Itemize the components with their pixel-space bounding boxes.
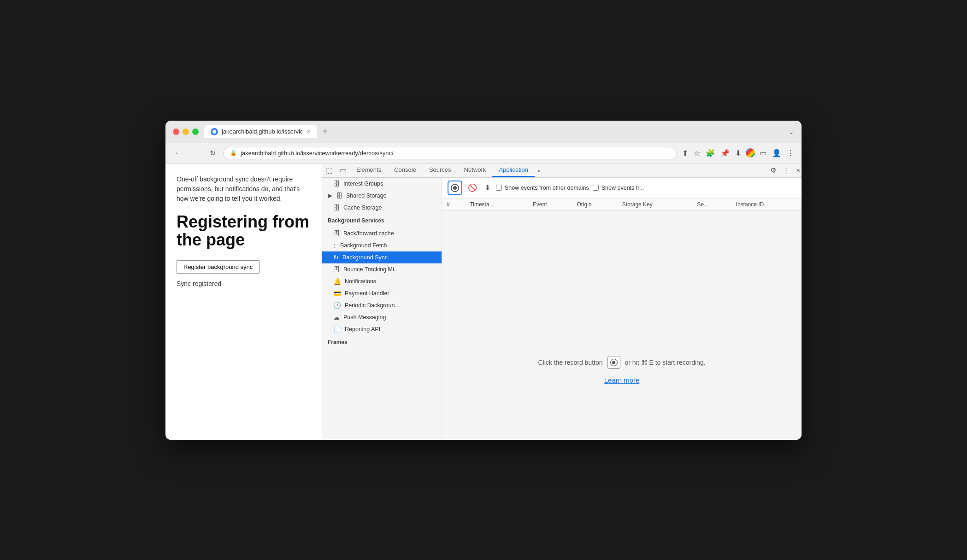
database-icon: 🗄 [333,180,340,187]
sidebar-label: Background Sync [342,254,388,261]
bookmark-button[interactable]: ☆ [693,148,701,158]
record-circle-sm-icon [610,359,618,366]
empty-text-after: or hit ⌘ E to start recording. [625,359,706,366]
forward-button[interactable]: → [189,147,202,158]
sidebar-label: Periodic Backgroun... [345,302,400,309]
tab-title: jakearchibald.github.io/isservic [222,128,303,135]
database-icon-3: 🗄 [333,204,340,211]
sidebar-label: Background Fetch [340,242,387,249]
profile-button[interactable]: 👤 [771,148,782,158]
sidebar-item-shared-storage[interactable]: 🗄 Shared Storage [334,190,442,202]
split-view-button[interactable]: ▭ [759,148,767,158]
tab-elements[interactable]: Elements [350,163,388,177]
frames-header: Frames [322,335,442,349]
show-events-label[interactable]: Show events fr... [593,185,644,191]
google-button[interactable] [746,148,755,158]
empty-text-before: Click the record button [538,359,602,366]
sidebar-item-notifications[interactable]: 🔔 Notifications [322,275,442,287]
sidebar-item-payment-handler[interactable]: 💳 Payment Handler [322,287,442,299]
share-button[interactable]: ⬆ [681,148,689,158]
tab-sources[interactable]: Sources [423,163,458,177]
address-bar[interactable]: 🔒 jakearchibald.github.io/isserviceworke… [223,147,677,159]
record-circle-icon [451,184,459,192]
events-table: # Timesta... Event Origin Storage Key Se… [442,198,802,211]
devtools-close-button[interactable]: × [795,165,802,175]
devtools-settings-button[interactable]: ⚙ [769,165,778,176]
show-other-domains-text: Show events from other domains [505,185,589,191]
close-traffic-light[interactable] [173,128,179,135]
panel-body: 🗄 Interest Groups ▶ 🗄 Shared Storage 🗄 C… [322,178,802,440]
menu-button[interactable]: ⋮ [786,148,795,158]
bounce-icon: 🗄 [333,266,340,273]
devtools-more-button[interactable]: ⋮ [781,165,791,176]
record-button[interactable] [448,181,462,195]
table-scroll-area: # Timesta... Event Origin Storage Key Se… [442,198,802,301]
sidebar-item-bounce-tracking[interactable]: 🗄 Bounce Tracking Mi... [322,263,442,275]
show-events-checkbox[interactable] [593,185,599,191]
sidebar-item-background-sync[interactable]: ↻ Background Sync [322,251,442,263]
col-origin: Origin [572,198,617,211]
url-text: jakearchibald.github.io/isserviceworkerr… [241,150,394,157]
col-instance-id: Instance ID [731,198,802,211]
learn-more-link[interactable]: Learn more [604,376,640,384]
devtools-panel: ⬚ ▭ Elements Console Sources Network App… [322,163,802,440]
sidebar-item-interest-groups[interactable]: 🗄 Interest Groups [322,178,442,190]
payment-icon: 💳 [333,290,341,297]
extensions-button[interactable]: 🧩 [705,148,716,158]
col-se: Se... [692,198,731,211]
panel-controls: 🚫 ⬇ Show events from other domains Show … [442,178,802,198]
export-button[interactable]: ⬇ [483,182,492,193]
col-timestamp: Timesta... [465,198,528,211]
sidebar-label: Payment Handler [345,290,389,297]
show-other-domains-checkbox[interactable] [496,185,502,191]
sidebar-item-background-fetch[interactable]: ↕ Background Fetch [322,239,442,251]
back-button[interactable]: ← [172,147,185,158]
tab-console[interactable]: Console [388,163,423,177]
active-tab[interactable]: jakearchibald.github.io/isservic × [204,125,317,138]
page-intro-text: One-off background sync doesn't require … [177,175,311,204]
device-toolbar-icon[interactable]: ▭ [336,163,350,177]
sidebar-item-cache-storage[interactable]: 🗄 Cache Storage [322,202,442,214]
show-other-domains-label[interactable]: Show events from other domains [496,185,589,191]
sidebar-label: Back/forward cache [343,230,394,237]
sync-status-text: Sync registered [177,280,311,287]
devtools-toolbar-right: ⚙ ⋮ × [769,165,802,176]
sidebar-label: Bounce Tracking Mi... [343,266,399,273]
background-services-header: Background Services [322,214,442,228]
col-number: # [442,198,465,211]
sidebar-arrow-shared-storage[interactable]: ▶ [322,190,334,201]
tab-more-button[interactable]: » [535,164,543,177]
cloud-icon: ☁ [333,314,340,321]
tab-application[interactable]: Application [492,163,535,177]
sidebar-item-periodic-background[interactable]: 🕐 Periodic Backgroun... [322,299,442,311]
minimize-traffic-light[interactable] [183,128,189,135]
pin-button[interactable]: 📌 [719,148,731,158]
register-background-sync-button[interactable]: Register background sync [177,260,259,274]
cache-icon: 🗄 [333,230,340,237]
download-button[interactable]: ⬇ [734,148,742,158]
maximize-traffic-light[interactable] [192,128,199,135]
sidebar-item-push-messaging[interactable]: ☁ Push Messaging [322,311,442,323]
col-storage-key: Storage Key [618,198,692,211]
new-tab-button[interactable]: + [321,126,330,137]
inspect-element-icon[interactable]: ⬚ [322,163,336,177]
main-panel-area: 🚫 ⬇ Show events from other domains Show … [442,178,802,440]
sidebar-item-back-forward-cache[interactable]: 🗄 Back/forward cache [322,228,442,239]
nav-actions: ⬆ ☆ 🧩 📌 ⬇ ▭ 👤 ⋮ [681,148,795,158]
lock-icon: 🔒 [230,150,237,156]
sidebar-label: Cache Storage [343,204,382,211]
page-heading: Registering from the page [177,213,311,249]
clear-button[interactable]: 🚫 [466,182,479,193]
reload-button[interactable]: ↻ [207,147,218,159]
nav-bar: ← → ↻ 🔒 jakearchibald.github.io/isservic… [165,143,802,163]
sync-icon: ↻ [333,254,339,261]
tab-close-button[interactable]: × [307,128,310,135]
show-events-text: Show events fr... [601,185,644,191]
empty-state-message: Click the record button or hit ⌘ E to st… [538,356,705,369]
devtools-top-bar: ⬚ ▭ Elements Console Sources Network App… [322,163,802,178]
tab-menu-chevron[interactable]: ⌄ [789,128,794,135]
page-content: One-off background sync doesn't require … [165,163,322,440]
sidebar-item-reporting-api[interactable]: 📄 Reporting API [322,323,442,335]
tab-network[interactable]: Network [458,163,493,177]
database-icon-2: 🗄 [336,192,342,199]
